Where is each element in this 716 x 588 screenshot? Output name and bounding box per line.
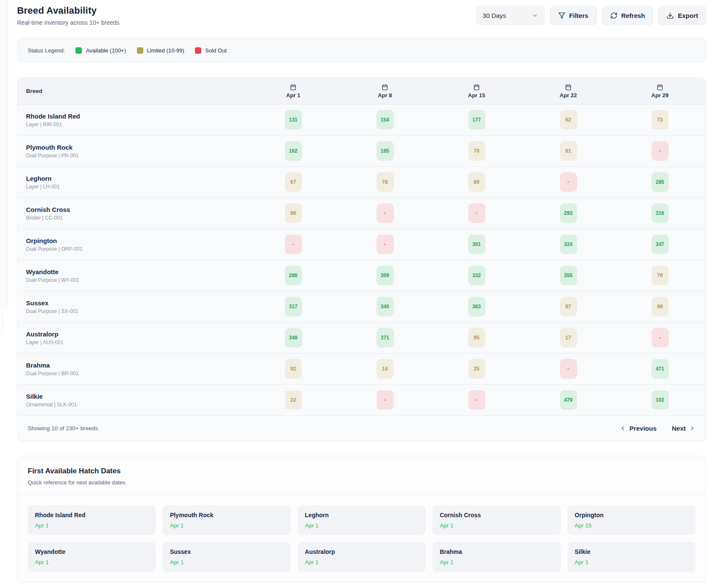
export-button[interactable]: Export xyxy=(658,6,706,25)
calendar-icon xyxy=(290,84,296,90)
table-row: Australorp Layer | AUS-001 3483719517- xyxy=(17,322,706,353)
sidebar-toggle-handle[interactable] xyxy=(0,313,3,334)
availability-column: 479 xyxy=(522,390,614,410)
next-button[interactable]: Next xyxy=(672,425,696,432)
hatch-date-tile[interactable]: Orpington Apr 15 xyxy=(568,505,696,535)
refresh-button[interactable]: Refresh xyxy=(602,6,653,25)
availability-column: 162 xyxy=(247,141,339,161)
breed-name: Australorp xyxy=(26,330,247,338)
availability-cell-available[interactable]: 293 xyxy=(560,203,577,223)
previous-button[interactable]: Previous xyxy=(620,425,656,432)
availability-cell-soldout[interactable]: - xyxy=(652,141,669,161)
availability-cell-available[interactable]: 355 xyxy=(560,266,577,285)
hatch-date-tile[interactable]: Leghorn Apr 1 xyxy=(298,505,426,535)
breed-meta: Dual Purpose | WY-001 xyxy=(26,277,247,283)
availability-cell-limited[interactable]: 67 xyxy=(285,172,302,192)
availability-cell-available[interactable]: 363 xyxy=(468,297,485,316)
availability-cell-available[interactable]: 317 xyxy=(285,297,302,316)
availability-cell-available[interactable]: 324 xyxy=(560,235,577,254)
availability-column: 73 xyxy=(614,110,706,130)
availability-cell-available[interactable]: 301 xyxy=(468,235,485,254)
breed-meta: Dual Purpose | ORP-001 xyxy=(26,246,247,252)
availability-cell-soldout[interactable]: - xyxy=(652,328,669,348)
availability-column: 154 xyxy=(339,110,431,130)
filters-button[interactable]: Filters xyxy=(550,6,597,25)
availability-cell-limited[interactable]: 62 xyxy=(560,110,577,130)
availability-column: 79 xyxy=(614,266,706,285)
calendar-icon xyxy=(473,84,480,90)
availability-cell-limited[interactable]: 73 xyxy=(652,110,669,130)
availability-column: 87 xyxy=(522,297,614,316)
breed-meta: Layer | LH-001 xyxy=(26,184,247,190)
availability-column: 102 xyxy=(614,390,706,410)
hatch-dates-grid: Rhode Island Red Apr 1 Plymouth Rock Apr… xyxy=(17,495,706,582)
availability-cell-available[interactable]: 471 xyxy=(652,359,669,379)
availability-cell-available[interactable]: 347 xyxy=(652,235,669,254)
availability-cell-available[interactable]: 348 xyxy=(285,328,302,348)
date-column-header: Apr 8 xyxy=(339,78,431,104)
hatch-date-tile[interactable]: Wyandotte Apr 1 xyxy=(28,542,156,572)
hatch-date-tile[interactable]: Sussex Apr 1 xyxy=(162,542,290,572)
availability-cell-limited[interactable]: 89 xyxy=(468,172,485,192)
hatch-date-tile[interactable]: Plymouth Rock Apr 1 xyxy=(162,505,290,535)
breed-cell: Sussex Dual Purpose | SX-001 xyxy=(17,299,247,314)
availability-column: 78 xyxy=(339,172,431,192)
availability-cell-available[interactable]: 309 xyxy=(377,266,394,285)
availability-cell-soldout[interactable]: - xyxy=(468,390,485,410)
availability-column: 332 xyxy=(431,266,522,285)
availability-cell-limited[interactable]: 70 xyxy=(468,141,485,161)
availability-cell-limited[interactable]: 79 xyxy=(652,266,669,285)
availability-cell-available[interactable]: 285 xyxy=(652,172,669,192)
availability-cell-soldout[interactable]: - xyxy=(285,235,302,254)
availability-cell-limited[interactable]: 78 xyxy=(377,172,394,192)
availability-cell-available[interactable]: 185 xyxy=(377,141,394,161)
availability-column: - xyxy=(431,203,522,223)
availability-cell-available[interactable]: 102 xyxy=(652,390,669,410)
hatch-tile-breed: Leghorn xyxy=(305,512,418,518)
hatch-date-tile[interactable]: Australorp Apr 1 xyxy=(298,542,426,572)
availability-column: 324 xyxy=(522,235,614,254)
hatch-date-tile[interactable]: Rhode Island Red Apr 1 xyxy=(28,505,156,535)
availability-cell-soldout[interactable]: - xyxy=(560,359,577,379)
availability-cell-available[interactable]: 154 xyxy=(377,110,394,130)
availability-cell-available[interactable]: 286 xyxy=(285,266,302,285)
hatch-tile-date: Apr 15 xyxy=(575,522,688,529)
hatch-date-tile[interactable]: Brahma Apr 1 xyxy=(432,542,560,572)
availability-column: 309 xyxy=(339,266,431,285)
availability-cell-limited[interactable]: 81 xyxy=(560,141,577,161)
date-range-select[interactable]: 30 Days xyxy=(476,6,545,25)
availability-cell-available[interactable]: 131 xyxy=(285,110,302,130)
legend-item: Sold Out xyxy=(195,47,227,54)
availability-cell-soldout[interactable]: - xyxy=(377,235,394,254)
availability-cell-limited[interactable]: 87 xyxy=(560,297,577,316)
legend-item-label: Sold Out xyxy=(205,47,227,54)
availability-cell-soldout[interactable]: - xyxy=(468,203,485,223)
date-range-value: 30 Days xyxy=(483,12,506,19)
availability-cell-limited[interactable]: 92 xyxy=(285,359,302,379)
legend-item-label: Limited (10-99) xyxy=(147,47,184,54)
availability-cell-limited[interactable]: 98 xyxy=(652,297,669,316)
availability-cell-available[interactable]: 162 xyxy=(285,141,302,161)
availability-cell-soldout[interactable]: - xyxy=(560,172,577,192)
hatch-date-tile[interactable]: Silkie Apr 1 xyxy=(568,542,696,572)
availability-cell-available[interactable]: 340 xyxy=(377,297,394,316)
availability-cell-limited[interactable]: 95 xyxy=(468,328,485,348)
availability-cell-limited[interactable]: 14 xyxy=(377,359,394,379)
hatch-tile-date: Apr 1 xyxy=(170,559,283,565)
availability-cell-soldout[interactable]: - xyxy=(377,203,394,223)
availability-cell-limited[interactable]: 17 xyxy=(560,328,577,348)
hatch-date-tile[interactable]: Cornish Cross Apr 1 xyxy=(432,505,560,535)
availability-cell-available[interactable]: 371 xyxy=(377,328,394,348)
availability-cell-limited[interactable]: 22 xyxy=(285,390,302,410)
availability-cell-available[interactable]: 332 xyxy=(468,266,485,285)
breed-cell: Silkie Ornamental | SLK-001 xyxy=(17,393,247,408)
page-header: Breed Availability Real-time inventory a… xyxy=(17,5,706,26)
availability-cell-available[interactable]: 316 xyxy=(652,203,669,223)
availability-cell-soldout[interactable]: - xyxy=(377,390,394,410)
availability-column: 81 xyxy=(522,141,614,161)
availability-column: 301 xyxy=(431,235,522,254)
availability-cell-limited[interactable]: 25 xyxy=(468,359,485,379)
availability-cell-available[interactable]: 479 xyxy=(560,390,577,410)
availability-cell-available[interactable]: 177 xyxy=(468,110,485,130)
availability-cell-limited[interactable]: 86 xyxy=(285,203,302,223)
